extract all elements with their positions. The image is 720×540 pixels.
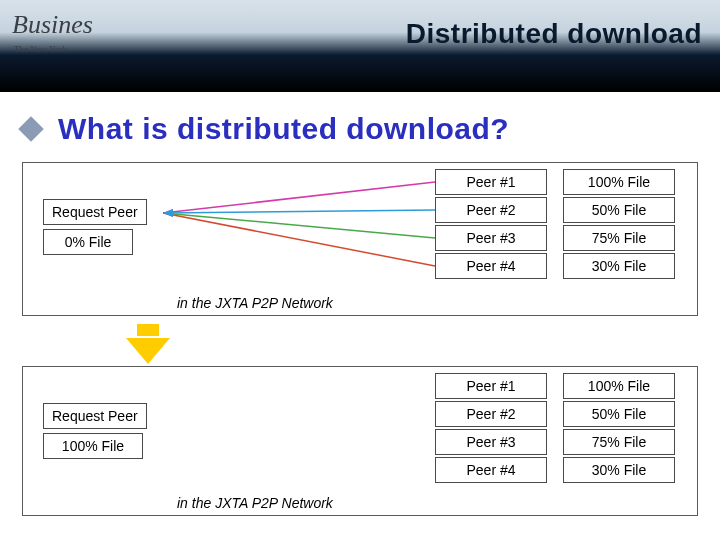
peer-name-box: Peer #4 — [435, 253, 547, 279]
heading-row: What is distributed download? — [22, 112, 720, 146]
section-heading: What is distributed download? — [58, 112, 509, 146]
peer-file-box: 50% File — [563, 197, 675, 223]
peer-name-box: Peer #3 — [435, 225, 547, 251]
svg-marker-4 — [163, 209, 173, 217]
peer-file-box: 50% File — [563, 401, 675, 427]
peer-name-box: Peer #4 — [435, 457, 547, 483]
request-file-box: 100% File — [43, 433, 143, 459]
request-peer-box: Request Peer — [43, 199, 147, 225]
peer-name-box: Peer #2 — [435, 197, 547, 223]
peer-file-box: 30% File — [563, 457, 675, 483]
peer-name-box: Peer #1 — [435, 373, 547, 399]
request-file-box: 0% File — [43, 229, 133, 255]
peer-file-box: 75% File — [563, 429, 675, 455]
svg-marker-5 — [163, 209, 173, 217]
svg-line-2 — [163, 213, 435, 238]
peer-file-box: 30% File — [563, 253, 675, 279]
peer-file-box: 100% File — [563, 169, 675, 195]
transition-arrow — [0, 324, 720, 364]
slide-title: Distributed download — [406, 18, 702, 50]
peer-name-box: Peer #2 — [435, 401, 547, 427]
request-peer-box: Request Peer — [43, 403, 147, 429]
arrow-stem — [137, 324, 159, 336]
peer-name-box: Peer #3 — [435, 429, 547, 455]
arrow-down-icon — [126, 338, 170, 364]
header-deco-sub: The New York — [14, 44, 67, 54]
peer-file-box: 100% File — [563, 373, 675, 399]
network-panel-after: Request Peer 100% File Peer #1 100% File… — [22, 366, 698, 516]
panel-caption: in the JXTA P2P Network — [177, 495, 333, 511]
slide-header: Busines The New York Distributed downloa… — [0, 0, 720, 92]
panel-caption: in the JXTA P2P Network — [177, 295, 333, 311]
svg-line-0 — [163, 182, 435, 213]
svg-line-1 — [163, 210, 435, 213]
diamond-bullet-icon — [18, 116, 43, 141]
svg-line-3 — [163, 213, 435, 266]
peer-file-box: 75% File — [563, 225, 675, 251]
network-panel-before: Request Peer 0% File Peer #1 100% File P… — [22, 162, 698, 316]
peer-name-box: Peer #1 — [435, 169, 547, 195]
header-deco-business: Busines — [12, 10, 93, 40]
